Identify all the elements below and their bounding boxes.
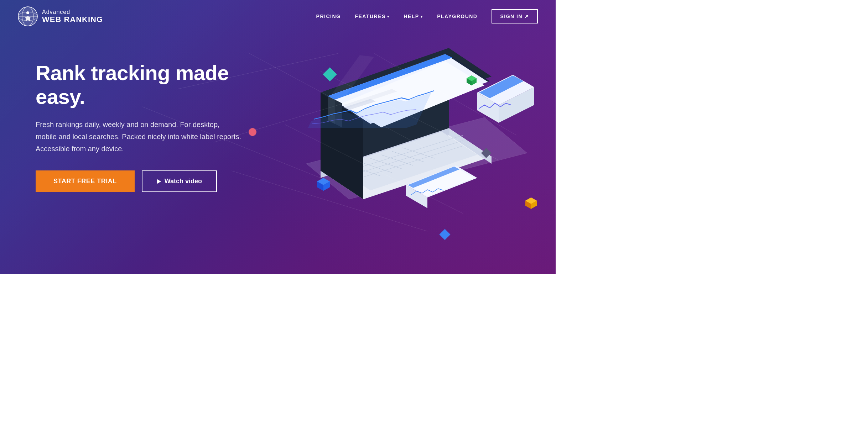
logo-line1: Advanced [42,9,103,15]
nav-links: PRICING FEATURES ▾ HELP ▾ PLAYGROUND SIG… [316,9,538,23]
signin-button[interactable]: SIGN IN ↗ [492,9,538,23]
nav-playground[interactable]: PLAYGROUND [437,14,477,19]
decorative-cube-orange [524,196,538,210]
decorative-cube-blue [316,176,331,192]
hero-title: Rank tracking made easy. [36,61,249,109]
hero-buttons: Start FREE trial Watch video [36,170,249,192]
nav-features[interactable]: FEATURES ▾ [355,14,389,19]
logo[interactable]: Advanced WEB RANKING [18,6,103,26]
decorative-cube-green [466,75,477,86]
features-dropdown-arrow: ▾ [387,15,390,19]
svg-point-13 [26,11,29,14]
watch-video-button[interactable]: Watch video [142,170,217,192]
hero-illustration [271,28,534,235]
logo-text: Advanced WEB RANKING [42,9,103,24]
hero-subtitle: Fresh rankings daily, weekly and on dema… [36,118,242,155]
play-icon [157,179,161,184]
help-dropdown-arrow: ▾ [421,15,423,19]
navigation: Advanced WEB RANKING PRICING FEATURES ▾ … [0,0,556,33]
nav-pricing[interactable]: PRICING [316,14,341,19]
start-trial-button[interactable]: Start FREE trial [36,170,135,192]
isometric-illustration [271,28,534,235]
logo-icon [18,6,38,26]
nav-help[interactable]: HELP ▾ [404,14,423,19]
hero-section: Advanced WEB RANKING PRICING FEATURES ▾ … [0,0,556,274]
hero-content: Rank tracking made easy. Fresh rankings … [0,33,249,192]
decorative-dot-pink [249,128,256,136]
logo-line2: WEB RANKING [42,15,103,24]
